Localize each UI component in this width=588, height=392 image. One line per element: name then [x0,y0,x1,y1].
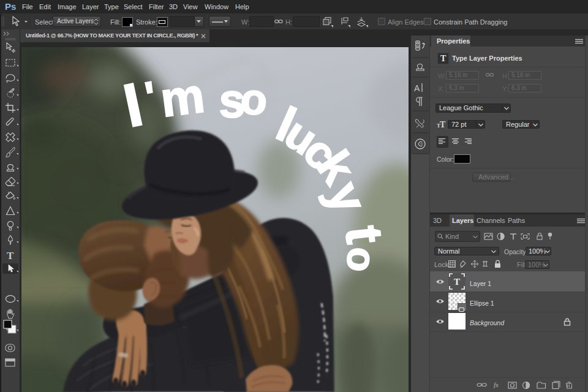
svg-text:m: m [157,67,207,127]
svg-text:T: T [440,120,446,129]
svg-text:o: o [238,74,270,124]
svg-text:fx: fx [494,381,499,388]
svg-text:T: T [7,250,14,262]
svg-text:A: A [414,83,420,93]
svg-text:T: T [454,277,460,287]
svg-text:o: o [338,245,385,274]
